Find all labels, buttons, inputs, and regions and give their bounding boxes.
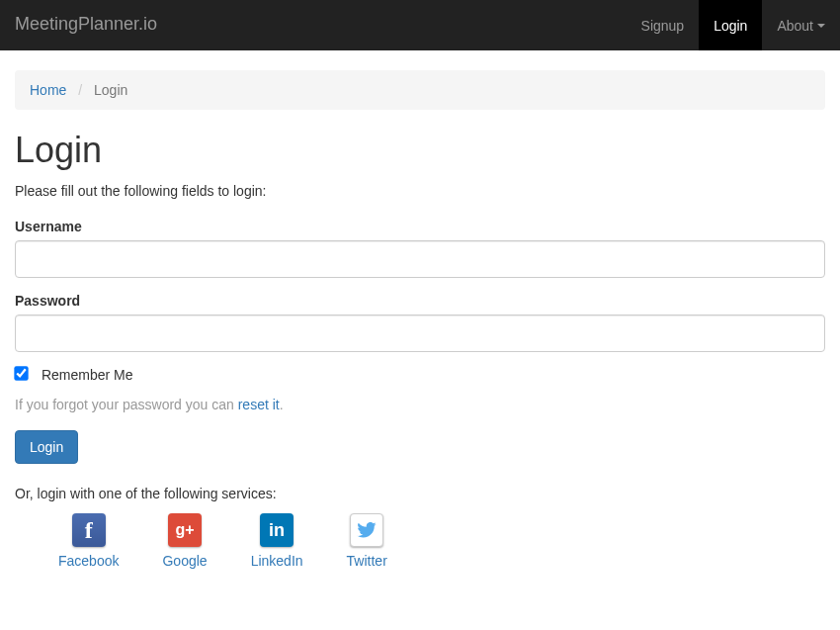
social-google-label: Google bbox=[162, 553, 207, 569]
remember-group: Remember Me bbox=[15, 367, 825, 383]
social-linkedin-link[interactable]: in LinkedIn bbox=[251, 513, 303, 569]
username-input[interactable] bbox=[15, 240, 825, 278]
social-twitter-link[interactable]: Twitter bbox=[347, 513, 387, 569]
google-plus-icon: g+ bbox=[168, 513, 202, 547]
chevron-down-icon bbox=[817, 24, 825, 28]
social-twitter-label: Twitter bbox=[347, 553, 387, 569]
remember-label[interactable]: Remember Me bbox=[42, 367, 133, 383]
nav-link-about[interactable]: About bbox=[762, 0, 840, 50]
social-intro: Or, login with one of the following serv… bbox=[15, 486, 825, 501]
navbar: MeetingPlanner.io Signup Login About bbox=[0, 0, 840, 50]
linkedin-icon: in bbox=[260, 513, 294, 547]
brand-link[interactable]: MeetingPlanner.io bbox=[0, 0, 172, 50]
nav-link-signup[interactable]: Signup bbox=[627, 0, 700, 50]
nav-link-login[interactable]: Login bbox=[699, 0, 762, 50]
page-title: Login bbox=[15, 130, 825, 171]
breadcrumb-home-link[interactable]: Home bbox=[30, 82, 66, 98]
nav-about-label: About bbox=[777, 18, 813, 34]
nav-item-signup: Signup bbox=[627, 0, 700, 50]
breadcrumb-separator: / bbox=[70, 82, 90, 98]
forgot-suffix: . bbox=[280, 397, 284, 412]
social-row: f Facebook g+ Google in LinkedIn Twitter bbox=[15, 513, 825, 569]
nav-list: Signup Login About bbox=[627, 0, 840, 50]
nav-item-about: About bbox=[762, 0, 840, 50]
nav-item-login: Login bbox=[699, 0, 762, 50]
password-group: Password bbox=[15, 293, 825, 352]
twitter-bird-icon bbox=[357, 522, 377, 538]
password-input[interactable] bbox=[15, 315, 825, 352]
forgot-prefix: If you forgot your password you can bbox=[15, 397, 238, 412]
social-linkedin-label: LinkedIn bbox=[251, 553, 303, 569]
remember-checkbox[interactable] bbox=[14, 366, 28, 380]
reset-password-link[interactable]: reset it bbox=[238, 397, 280, 412]
username-label: Username bbox=[15, 219, 825, 234]
social-facebook-label: Facebook bbox=[58, 553, 119, 569]
container: Home / Login Login Please fill out the f… bbox=[0, 70, 840, 569]
breadcrumb-current: Login bbox=[94, 82, 127, 98]
social-google-link[interactable]: g+ Google bbox=[162, 513, 207, 569]
login-button[interactable]: Login bbox=[15, 430, 78, 464]
username-group: Username bbox=[15, 219, 825, 278]
facebook-icon: f bbox=[72, 513, 106, 547]
page-subtext: Please fill out the following fields to … bbox=[15, 183, 825, 199]
breadcrumb: Home / Login bbox=[15, 70, 825, 110]
forgot-password-hint: If you forgot your password you can rese… bbox=[15, 397, 825, 412]
twitter-icon bbox=[350, 513, 383, 547]
password-label: Password bbox=[15, 293, 825, 309]
social-facebook-link[interactable]: f Facebook bbox=[58, 513, 119, 569]
